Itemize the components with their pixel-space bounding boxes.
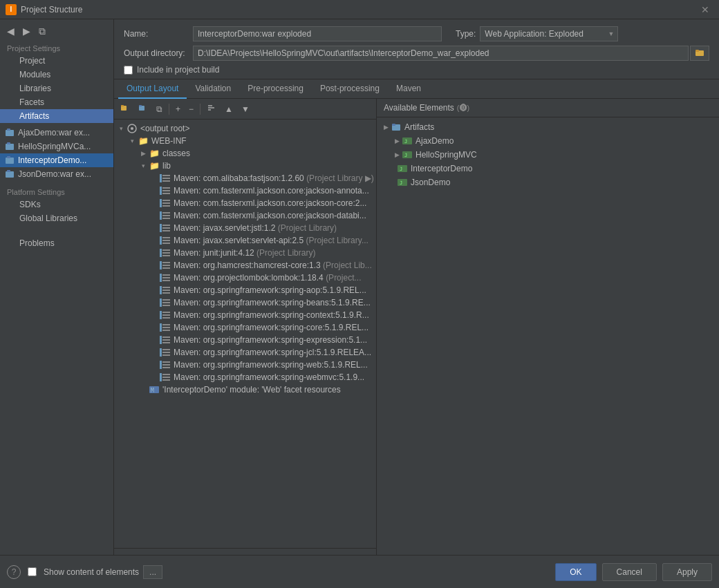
m13-label: Maven: org.springframework:spring-core:5… bbox=[174, 323, 368, 332]
copy-element-button[interactable]: ⧉ bbox=[153, 102, 166, 116]
svg-rect-40 bbox=[162, 237, 170, 238]
tree-item-m7[interactable]: Maven: junit:junit:4.12 (Project Library… bbox=[114, 247, 376, 259]
artifact-item-0[interactable]: AjaxDemo:war ex... bbox=[0, 126, 113, 140]
right-tree-item-artifacts[interactable]: ▶ Artifacts bbox=[377, 120, 719, 134]
platform-settings-section: Platform Settings bbox=[0, 184, 113, 198]
apply-button[interactable]: Apply bbox=[662, 563, 712, 581]
tree-item-m2[interactable]: Maven: com.fasterxml.jackson.core:jackso… bbox=[114, 184, 376, 197]
right-hello-label: HelloSpringMVC bbox=[415, 150, 477, 160]
ok-button[interactable]: OK bbox=[555, 563, 596, 581]
tree-item-m14[interactable]: Maven: org.springframework:spring-expres… bbox=[114, 334, 376, 346]
maven-icon-m10 bbox=[160, 285, 171, 296]
output-tree[interactable]: ▾ <output root> ▾ 📁 WEB-INF bbox=[114, 120, 376, 548]
tree-item-classes[interactable]: ▶ 📁 classes bbox=[114, 147, 376, 160]
content-area: Name: Type: Web Application: Exploded We… bbox=[114, 19, 719, 555]
right-json-label: JsonDemo bbox=[411, 178, 450, 187]
output-root-label: <output root> bbox=[140, 124, 189, 133]
sidebar-item-sdks[interactable]: SDKs bbox=[0, 198, 113, 211]
browse-button[interactable] bbox=[690, 46, 709, 61]
tree-item-m16[interactable]: Maven: org.springframework:spring-web:5.… bbox=[114, 359, 376, 371]
svg-rect-78 bbox=[162, 354, 170, 356]
tab-pre-processing[interactable]: Pre-processing bbox=[239, 79, 312, 99]
artifact-item-3[interactable]: JsonDemo:war ex... bbox=[0, 167, 113, 181]
sidebar-item-modules[interactable]: Modules bbox=[0, 68, 113, 82]
tree-item-resources[interactable]: M 'InterceptorDemo' module: 'Web' facet … bbox=[114, 383, 376, 396]
tree-item-lib[interactable]: ▾ 📁 lib bbox=[114, 160, 376, 172]
output-dir-input[interactable] bbox=[193, 46, 689, 61]
tree-item-m13[interactable]: Maven: org.springframework:spring-core:5… bbox=[114, 321, 376, 334]
maven-icon-m3 bbox=[160, 198, 171, 209]
show-content-checkbox[interactable] bbox=[28, 567, 37, 576]
tab-maven[interactable]: Maven bbox=[388, 79, 429, 99]
artifacts-list: AjaxDemo:war ex... HelloSpringMVCa... In… bbox=[0, 123, 113, 184]
expand-icon-lib: ▾ bbox=[139, 162, 147, 170]
tab-validation[interactable]: Validation bbox=[187, 79, 239, 99]
svg-rect-48 bbox=[162, 262, 170, 263]
include-build-checkbox[interactable] bbox=[124, 66, 133, 75]
right-tree-item-hello-spring[interactable]: ▶ J HelloSpringMVC bbox=[377, 148, 719, 162]
back-button[interactable]: ◀ bbox=[4, 25, 17, 37]
expand-icon-m11 bbox=[150, 298, 158, 307]
type-select[interactable]: Web Application: Exploded Web Applicatio… bbox=[480, 26, 618, 41]
tree-item-output-root[interactable]: ▾ <output root> bbox=[114, 122, 376, 135]
sidebar-item-problems[interactable]: Problems bbox=[0, 236, 113, 250]
svg-rect-47 bbox=[160, 261, 162, 269]
output-dir-row: Output directory: bbox=[124, 46, 709, 61]
tree-item-m3[interactable]: Maven: com.fasterxml.jackson.core:jackso… bbox=[114, 197, 376, 209]
tab-post-processing[interactable]: Post-processing bbox=[312, 79, 388, 99]
forward-button[interactable]: ▶ bbox=[20, 25, 33, 37]
tree-item-web-inf[interactable]: ▾ 📁 WEB-INF bbox=[114, 135, 376, 147]
sort-button[interactable] bbox=[203, 101, 220, 117]
tree-item-m9[interactable]: Maven: org.projectlombok:lombok:1.18.4 (… bbox=[114, 272, 376, 284]
move-down-button[interactable]: ▼ bbox=[238, 102, 253, 116]
right-tree-item-interceptor[interactable]: J InterceptorDemo bbox=[377, 162, 719, 176]
name-input[interactable] bbox=[193, 26, 442, 41]
available-elements-tree[interactable]: ▶ Artifacts ▶ J AjaxDemo bbox=[377, 117, 719, 555]
tree-item-m4[interactable]: Maven: com.fasterxml.jackson.core:jackso… bbox=[114, 209, 376, 222]
right-tree-item-json-demo[interactable]: J JsonDemo bbox=[377, 176, 719, 189]
sidebar-item-project[interactable]: Project bbox=[0, 54, 113, 68]
bottom-left: Show content of elements ... bbox=[28, 565, 162, 579]
artifact-item-2[interactable]: InterceptorDemo... bbox=[0, 153, 113, 167]
tree-item-m1[interactable]: Maven: com.alibaba:fastjson:1.2.60 (Proj… bbox=[114, 172, 376, 184]
expand-icon-m16 bbox=[150, 361, 158, 369]
sidebar-item-global-libraries[interactable]: Global Libraries bbox=[0, 211, 113, 225]
form-section: Name: Type: Web Application: Exploded We… bbox=[114, 19, 719, 79]
available-elements-header: Available Elements (⓿) bbox=[377, 99, 719, 117]
remove-element-button[interactable]: − bbox=[185, 102, 197, 116]
tree-item-m8[interactable]: Maven: org.hamcrest:hamcrest-core:1.3 (P… bbox=[114, 259, 376, 272]
add-root-button[interactable] bbox=[117, 101, 133, 117]
artifact-item-1[interactable]: HelloSpringMVCa... bbox=[0, 140, 113, 153]
svg-rect-25 bbox=[162, 190, 170, 191]
sidebar-item-libraries[interactable]: Libraries bbox=[0, 82, 113, 95]
ellipsis-button[interactable]: ... bbox=[143, 565, 162, 579]
project-settings-section: Project Settings bbox=[0, 40, 113, 54]
close-button[interactable]: ✕ bbox=[697, 3, 713, 17]
tree-item-m6[interactable]: Maven: javax.servlet:servlet-api:2.5 (Pr… bbox=[114, 234, 376, 247]
m2-label: Maven: com.fasterxml.jackson.core:jackso… bbox=[174, 186, 369, 196]
tree-item-m17[interactable]: Maven: org.springframework:spring-webmvc… bbox=[114, 371, 376, 383]
tree-item-m11[interactable]: Maven: org.springframework:spring-beans:… bbox=[114, 296, 376, 309]
tab-output-layout[interactable]: Output Layout bbox=[118, 79, 187, 99]
svg-rect-0 bbox=[6, 130, 14, 136]
right-tree-item-ajax-demo[interactable]: ▶ J AjaxDemo bbox=[377, 134, 719, 148]
svg-rect-27 bbox=[160, 199, 162, 207]
add-element-button[interactable]: + bbox=[172, 102, 184, 116]
name-label: Name: bbox=[124, 29, 193, 39]
svg-rect-10 bbox=[121, 106, 127, 111]
help-icon[interactable]: ? bbox=[7, 565, 21, 579]
tree-item-m15[interactable]: Maven: org.springframework:spring-jcl:5.… bbox=[114, 346, 376, 359]
tree-item-m10[interactable]: Maven: org.springframework:spring-aop:5.… bbox=[114, 284, 376, 296]
expand-icon-resources bbox=[139, 386, 147, 394]
cancel-button[interactable]: Cancel bbox=[602, 563, 657, 581]
sidebar-item-facets[interactable]: Facets bbox=[0, 95, 113, 109]
tree-item-m5[interactable]: Maven: javax.servlet:jstl:1.2 (Project L… bbox=[114, 222, 376, 234]
svg-rect-36 bbox=[162, 225, 170, 226]
copy-button[interactable]: ⧉ bbox=[36, 25, 48, 37]
tree-item-m12[interactable]: Maven: org.springframework:spring-contex… bbox=[114, 309, 376, 321]
sidebar-item-artifacts[interactable]: Artifacts bbox=[0, 109, 113, 123]
move-up-button[interactable]: ▲ bbox=[221, 102, 236, 116]
left-panel-scrollbar[interactable] bbox=[114, 548, 376, 555]
classes-label: classes bbox=[162, 149, 190, 158]
new-folder-button[interactable] bbox=[135, 101, 151, 117]
